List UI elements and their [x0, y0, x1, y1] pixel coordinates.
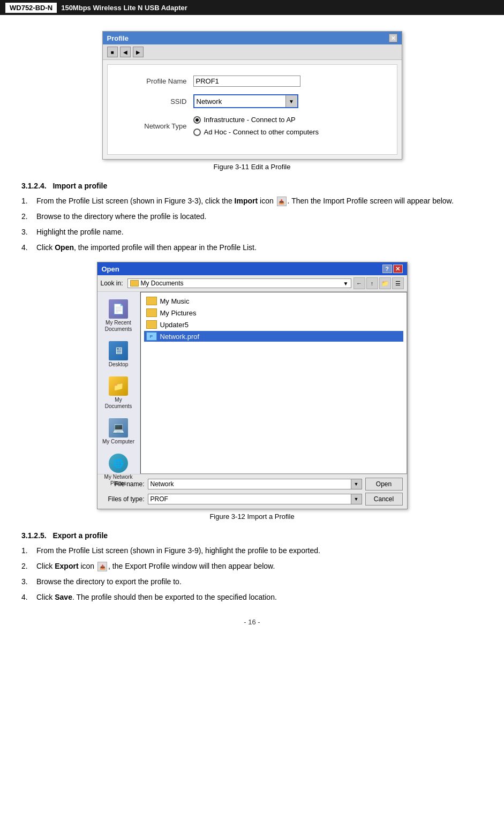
list-item: 4. Click Save. The profile should then b…	[21, 592, 483, 603]
views-icon[interactable]: ☰	[392, 277, 404, 289]
ssid-dropdown-arrow[interactable]: ▼	[285, 95, 297, 107]
section2-heading: 3.1.2.5. Export a profile	[21, 531, 483, 540]
sidebar-item-recent-documents[interactable]: 📄 My Recent Documents	[100, 297, 137, 335]
files-type-label: Files of type:	[102, 495, 145, 503]
radio-infrastructure-dot[interactable]	[193, 116, 201, 124]
export-icon: 📤	[97, 562, 107, 571]
up-icon[interactable]: ↑	[366, 277, 378, 289]
sidebar-item-desktop[interactable]: 🖥 Desktop	[100, 339, 137, 370]
open-dialog-toolbar: Look in: My Documents ▼ ← ↑ 📁 ☰	[97, 275, 407, 292]
file-item-updater5[interactable]: Updater5	[144, 319, 403, 330]
profile-dialog-body: Profile Name SSID ▼ Network Type	[107, 64, 397, 155]
profile-dialog-title: Profile	[107, 34, 129, 42]
file-item-my-music[interactable]: My Music	[144, 296, 403, 306]
places-sidebar: 📄 My Recent Documents 🖥 Desktop 📁 My Doc…	[97, 292, 140, 474]
my-computer-label: My Computer	[102, 439, 134, 445]
close-button[interactable]: ✕	[389, 34, 397, 42]
step-text: From the Profile List screen (shown in F…	[36, 545, 483, 556]
desktop-label: Desktop	[109, 361, 129, 368]
profile-name-input[interactable]	[193, 76, 300, 87]
ssid-select-wrap: ▼	[193, 94, 298, 108]
file-name-arrow[interactable]: ▼	[351, 479, 362, 489]
section2-id: 3.1.2.5.	[21, 531, 47, 540]
file-name: My Pictures	[160, 309, 197, 317]
desktop-icon: 🖥	[109, 341, 128, 360]
network-type-radio-group: Infrastructure - Connect to AP Ad Hoc - …	[193, 116, 319, 136]
sidebar-item-my-documents[interactable]: 📁 My Documents	[100, 374, 137, 412]
step-text: Click Export icon 📤, the Export Profile …	[36, 561, 483, 572]
open-dialog-main: 📄 My Recent Documents 🖥 Desktop 📁 My Doc…	[97, 292, 407, 474]
save-bold: Save	[55, 593, 72, 601]
page-header: WD752-BD-N 150Mbps Wireless Lite N USB A…	[0, 0, 504, 15]
back-nav-icon[interactable]: ←	[353, 277, 365, 289]
main-content: Profile ✕ ■ ◀ ▶ Profile Name SSID	[0, 15, 504, 647]
radio-adhoc-label: Ad Hoc - Connect to other computers	[204, 128, 319, 136]
step-text: Highlight the profile name.	[36, 227, 483, 238]
my-documents-label: My Documents	[102, 397, 135, 410]
step-number: 1.	[21, 195, 36, 207]
import-icon: 📥	[277, 197, 287, 206]
file-name: Updater5	[160, 321, 189, 329]
recent-docs-icon: 📄	[109, 299, 128, 319]
list-item: 3. Browse the directory to export the pr…	[21, 576, 483, 587]
profile-dialog-toolbar: ■ ◀ ▶	[103, 44, 402, 60]
my-network-places-icon: 🌐	[109, 454, 128, 473]
page-footer: - 16 -	[21, 607, 483, 631]
section1-steps: 1. From the Profile List screen (shown i…	[21, 195, 483, 253]
radio-adhoc-dot[interactable]	[193, 129, 201, 136]
sidebar-item-my-computer[interactable]: 💻 My Computer	[100, 416, 137, 447]
figure1-caption: Figure 3-11 Edit a Profile	[214, 163, 291, 171]
open-bold: Open	[55, 243, 74, 252]
toolbar-nav-icons: ← ↑ 📁 ☰	[353, 277, 404, 289]
open-dialog-bottom: File name: ▼ Open Files of type: ▼ Cance…	[97, 474, 407, 509]
ssid-input[interactable]	[194, 96, 285, 107]
step-number: 4.	[21, 592, 36, 603]
section2-title: Export a profile	[52, 531, 108, 540]
section1-id: 3.1.2.4.	[21, 182, 47, 190]
list-item: 3. Highlight the profile name.	[21, 227, 483, 238]
back-icon[interactable]: ◀	[120, 47, 131, 57]
step-number: 2.	[21, 561, 36, 572]
file-item-network-prof[interactable]: P Network.prof	[144, 331, 403, 342]
list-item: 4. Click Open, the imported profile will…	[21, 242, 483, 253]
look-in-arrow[interactable]: ▼	[343, 281, 349, 286]
prof-file-icon: P	[146, 332, 157, 341]
radio-infrastructure[interactable]: Infrastructure - Connect to AP	[193, 116, 319, 124]
profile-dialog: Profile ✕ ■ ◀ ▶ Profile Name SSID	[102, 31, 402, 160]
list-item: 2. Click Export icon 📤, the Export Profi…	[21, 561, 483, 572]
section2-steps: 1. From the Profile List screen (shown i…	[21, 545, 483, 603]
forward-icon[interactable]: ▶	[133, 47, 144, 57]
open-dialog-title: Open	[102, 265, 119, 273]
file-item-my-pictures[interactable]: My Pictures	[144, 307, 403, 318]
file-name-input-wrap: ▼	[148, 479, 362, 489]
profile-name-label: Profile Name	[124, 77, 193, 85]
profile-dialog-titlebar: Profile ✕	[103, 32, 402, 44]
my-documents-icon: 📁	[109, 376, 128, 396]
open-button[interactable]: Open	[365, 478, 403, 491]
help-button[interactable]: ?	[382, 265, 392, 273]
folder-icon	[146, 308, 157, 317]
cancel-button[interactable]: Cancel	[365, 493, 403, 506]
recent-docs-label: My Recent Documents	[102, 320, 135, 333]
look-in-select[interactable]: My Documents ▼	[127, 278, 351, 288]
files-type-arrow[interactable]: ▼	[351, 494, 362, 504]
file-name-input[interactable]	[148, 479, 351, 489]
radio-adhoc[interactable]: Ad Hoc - Connect to other computers	[193, 128, 319, 136]
file-name: My Music	[160, 297, 190, 305]
step-number: 2.	[21, 211, 36, 222]
close-button[interactable]: ✕	[393, 265, 403, 273]
step-text: Browse the directory to export the profi…	[36, 576, 483, 587]
new-folder-icon[interactable]: 📁	[379, 277, 391, 289]
my-computer-icon: 💻	[109, 418, 128, 438]
list-item: 2. Browse to the directory where the pro…	[21, 211, 483, 222]
step-number: 4.	[21, 242, 36, 253]
section1-title: Import a profile	[52, 182, 107, 190]
file-name: Network.prof	[160, 333, 200, 341]
figure2-caption: Figure 3-12 Import a Profile	[209, 512, 294, 521]
network-type-label: Network Type	[124, 122, 193, 130]
files-type-row: Files of type: ▼ Cancel	[102, 493, 403, 506]
files-type-input[interactable]	[148, 494, 351, 504]
folder-icon	[146, 320, 157, 329]
stop-icon[interactable]: ■	[107, 47, 118, 57]
folder-icon	[146, 297, 157, 305]
